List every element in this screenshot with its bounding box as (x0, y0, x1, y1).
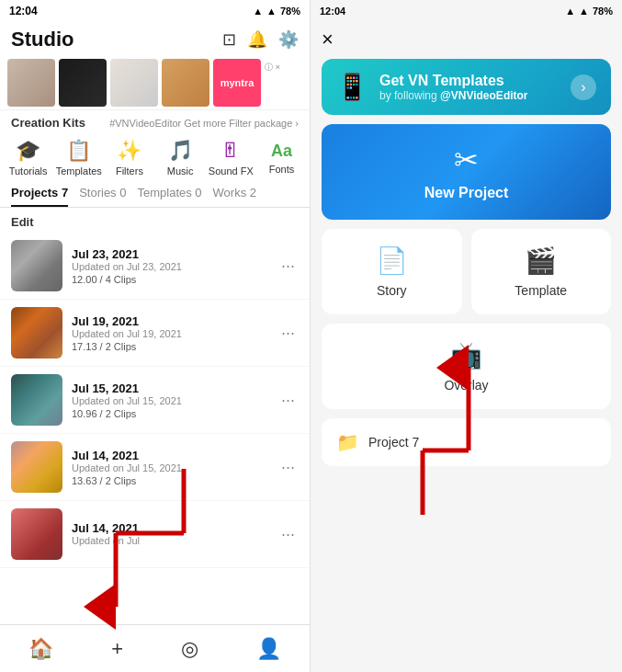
tab-works[interactable]: Works 2 (213, 186, 256, 207)
new-project-label: New Project (424, 185, 509, 201)
vn-arrow[interactable]: › (571, 74, 596, 100)
project-more-menu[interactable]: ··· (277, 253, 299, 279)
project-meta: 17.13 / 2 Clips (72, 341, 268, 352)
nav-profile[interactable]: 👤 (256, 637, 281, 661)
templates-label: Templates (56, 165, 102, 177)
time-right: 12:04 (320, 6, 345, 17)
vn-subtitle: by following @VNVideoEditor (379, 89, 560, 102)
project-more-menu[interactable]: ··· (277, 521, 299, 548)
tab-projects[interactable]: Projects 7 (11, 186, 68, 207)
app-title: Studio (11, 28, 74, 51)
music-label: Music (167, 165, 194, 177)
shortcut-filters[interactable]: ✨ Filters (105, 139, 153, 177)
right-header: × (311, 22, 622, 59)
settings-icon[interactable]: ⚙️ (278, 29, 299, 50)
ad-thumb-2 (59, 59, 107, 107)
add-button[interactable]: + (111, 637, 123, 661)
vn-templates-card[interactable]: 📱 Get VN Templates by following @VNVideo… (322, 59, 611, 115)
project-item[interactable]: Jul 14, 2021 Updated on Jul ··· (0, 501, 310, 568)
template-label: Template (515, 283, 567, 298)
story-card[interactable]: 📄 Story (322, 229, 462, 314)
project-thumb (11, 240, 62, 291)
wifi-icon-r: ▲ (579, 6, 589, 17)
shortcut-tutorials[interactable]: 🎓 Tutorials (4, 139, 52, 177)
project-item[interactable]: Jul 15, 2021 Updated on Jul 15, 2021 10.… (0, 367, 310, 434)
project-info: Jul 14, 2021 Updated on Jul (72, 521, 268, 548)
bottom-nav: 🏠 + ◎ 👤 (0, 624, 310, 672)
shortcut-templates[interactable]: 📋 Templates (54, 139, 103, 177)
project-info: Jul 15, 2021 Updated on Jul 15, 2021 10.… (72, 382, 268, 419)
tutorials-icon: 🎓 (16, 139, 40, 163)
project-more-menu[interactable]: ··· (277, 320, 299, 347)
status-bar-right: 12:04 ▲ ▲ 78% (311, 0, 622, 22)
fonts-label: Fonts (269, 164, 295, 175)
ad-container: myntra ⓘ × (7, 59, 302, 107)
overlay-card[interactable]: 📺 Overlay (322, 324, 611, 409)
bell-icon[interactable]: 🔔 (247, 29, 267, 50)
project-item[interactable]: Jul 23, 2021 Updated on Jul 23, 2021 12.… (0, 233, 310, 300)
project-more-menu[interactable]: ··· (277, 454, 299, 481)
signal-icon-r: ▲ (565, 6, 575, 17)
overlay-icon: 📺 (450, 340, 482, 370)
ad-myntra: myntra (213, 59, 261, 107)
project-list: Jul 23, 2021 Updated on Jul 23, 2021 12.… (0, 233, 310, 624)
shortcut-fonts[interactable]: Aa Fonts (257, 142, 306, 175)
status-icons-right: ▲ ▲ 78% (565, 6, 613, 17)
project-thumb (11, 508, 62, 560)
music-icon: 🎵 (168, 139, 193, 163)
project-thumb (11, 307, 62, 359)
project-info: Jul 19, 2021 Updated on Jul 19, 2021 17.… (72, 314, 268, 352)
header-icons: ⊡ 🔔 ⚙️ (222, 29, 299, 50)
shortcuts-row: 🎓 Tutorials 📋 Templates ✨ Filters 🎵 Musi… (0, 131, 310, 180)
project-item[interactable]: Jul 19, 2021 Updated on Jul 19, 2021 17.… (0, 300, 310, 367)
project-updated: Updated on Jul (72, 535, 268, 546)
left-panel: 12:04 ▲ ▲ 78% Studio ⊡ 🔔 ⚙️ myntra ⓘ × C… (0, 0, 311, 672)
project-date: Jul 14, 2021 (72, 521, 268, 535)
scissors-icon: ✂ (454, 142, 479, 177)
status-bar-left: 12:04 ▲ ▲ 78% (0, 0, 310, 22)
project-date: Jul 14, 2021 (72, 449, 268, 462)
profile-icon: 👤 (256, 637, 281, 661)
project-date: Jul 23, 2021 (72, 247, 268, 261)
compass-icon: ◎ (181, 637, 198, 661)
new-project-button[interactable]: ✂ New Project (322, 124, 611, 220)
ad-banner[interactable]: myntra ⓘ × (0, 55, 310, 110)
project-more-menu[interactable]: ··· (277, 387, 299, 414)
project-info: Jul 14, 2021 Updated on Jul 15, 2021 13.… (72, 449, 268, 486)
nav-compass[interactable]: ◎ (181, 637, 198, 661)
nav-add[interactable]: + (111, 637, 123, 661)
vn-arrow-icon: › (581, 79, 585, 96)
tutorials-label: Tutorials (9, 165, 48, 177)
time-left: 12:04 (9, 5, 38, 17)
project-date: Jul 15, 2021 (72, 382, 268, 395)
nav-home[interactable]: 🏠 (28, 637, 53, 661)
app-header: Studio ⊡ 🔔 ⚙️ (0, 22, 310, 55)
template-card[interactable]: 🎬 Template (471, 229, 612, 314)
soundfx-icon: 🎚 (221, 139, 241, 163)
overlay-label: Overlay (444, 378, 488, 393)
close-button[interactable]: × (322, 28, 334, 51)
expand-icon[interactable]: ⊡ (222, 29, 236, 50)
project-meta: 12.00 / 4 Clips (72, 274, 268, 285)
tab-templates[interactable]: Templates 0 (137, 186, 201, 207)
plus-icon: + (111, 637, 123, 660)
tab-stories[interactable]: Stories 0 (79, 186, 126, 207)
project-item[interactable]: Jul 14, 2021 Updated on Jul 15, 2021 13.… (0, 434, 310, 501)
project-updated: Updated on Jul 15, 2021 (72, 462, 268, 473)
project-updated: Updated on Jul 19, 2021 (72, 328, 268, 339)
creation-kits-label: Creation Kits (11, 116, 85, 130)
filters-label: Filters (116, 165, 143, 177)
vn-subtitle-text: by following (379, 89, 440, 102)
story-label: Story (377, 283, 407, 298)
project-info: Jul 23, 2021 Updated on Jul 23, 2021 12.… (72, 247, 268, 285)
vn-text: Get VN Templates by following @VNVideoEd… (379, 73, 560, 102)
section-edit-label: Edit (0, 208, 310, 233)
project7-card[interactable]: 📁 Project 7 (322, 418, 611, 466)
shortcut-soundfx[interactable]: 🎚 Sound FX (207, 139, 255, 177)
soundfx-label: Sound FX (209, 165, 254, 177)
project-meta: 10.96 / 2 Clips (72, 408, 268, 419)
shortcut-music[interactable]: 🎵 Music (156, 139, 205, 177)
ad-sponsored: ⓘ × (265, 62, 280, 74)
project7-icon: 📁 (336, 431, 359, 453)
tabs-row: Projects 7 Stories 0 Templates 0 Works 2 (0, 180, 310, 208)
